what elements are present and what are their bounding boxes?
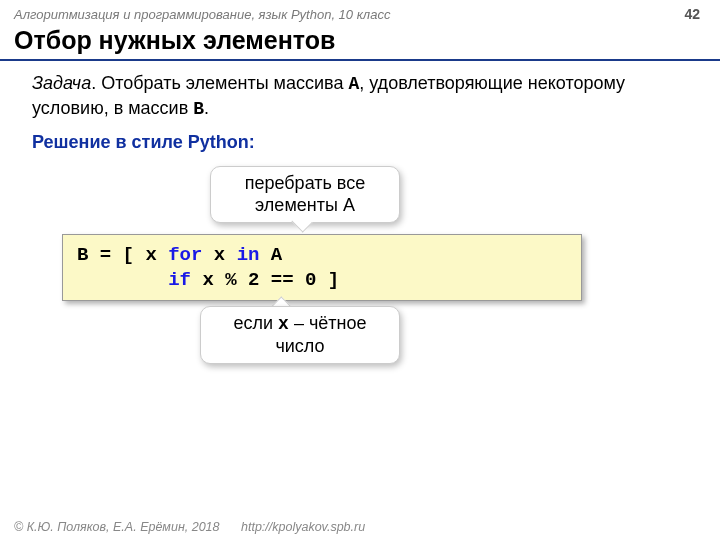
slide-title: Отбор нужных элементов — [0, 24, 720, 61]
slide-footer: © К.Ю. Поляков, Е.А. Ерёмин, 2018 http:/… — [14, 520, 365, 534]
callout-condition-line2: число — [219, 336, 381, 358]
task-label: Задача — [32, 73, 91, 93]
code-block: B = [ x for x in A if x % 2 == 0 ] — [62, 234, 582, 301]
callout-iterate-line2: элементы A — [229, 195, 381, 217]
slide-header: Алгоритмизация и программирование, язык … — [0, 0, 720, 24]
callout-condition-line1: если x – чётное — [219, 313, 381, 336]
solution-label: Решение в стиле Python: — [0, 122, 720, 163]
callout-condition: если x – чётное число — [200, 306, 400, 364]
copyright: © К.Ю. Поляков, Е.А. Ерёмин, 2018 — [14, 520, 220, 534]
callout-iterate-line1: перебрать все — [229, 173, 381, 195]
subject-line: Алгоритмизация и программирование, язык … — [14, 7, 390, 22]
footer-link: http://kpolyakov.spb.ru — [241, 520, 365, 534]
task-text: Задача. Отобрать элементы массива A, удо… — [0, 71, 720, 122]
page-number: 42 — [684, 6, 700, 22]
